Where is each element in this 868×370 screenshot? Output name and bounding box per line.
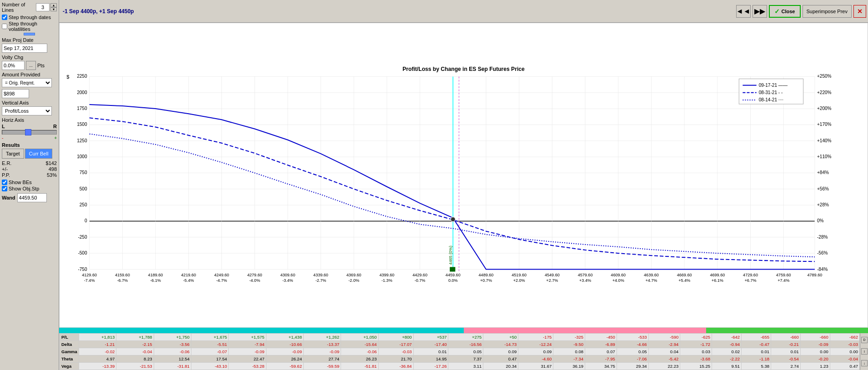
table-cell: -3.56 xyxy=(154,341,191,348)
horiz-axis-section: Horiz Axis L R - + xyxy=(2,117,57,140)
step-vol-row[interactable]: Step through volatilities xyxy=(2,21,57,32)
table-row-label: P/L xyxy=(60,334,79,341)
table-btn-d[interactable]: D xyxy=(861,337,868,343)
table-cell: -10.66 xyxy=(266,341,303,348)
horiz-plus: + xyxy=(54,135,57,140)
top-toolbar: -1 Sep 4400p, +1 Sep 4450p ◄◄ ▶▶ ✓ Close… xyxy=(59,0,868,23)
wand-marker xyxy=(450,267,455,271)
nav-prev-button[interactable]: ◄◄ xyxy=(736,5,751,18)
num-lines-input[interactable]: 3 xyxy=(36,3,50,11)
table-cell: +1,262 xyxy=(303,334,341,341)
volty-chg-input[interactable]: 0.0% xyxy=(2,61,25,70)
svg-text:+3.4%: +3.4% xyxy=(579,278,591,283)
table-cell: -53.28 xyxy=(229,363,266,370)
svg-text:-250: -250 xyxy=(78,235,87,240)
table-cell: -15.64 xyxy=(341,341,378,348)
volty-btn[interactable]: ... xyxy=(26,61,36,70)
num-lines-spinner[interactable]: 3 ▲ ▼ xyxy=(36,3,57,11)
table-cell: -533 xyxy=(617,334,648,341)
table-cell: 0.03 xyxy=(680,348,712,355)
table-cell: -662 xyxy=(830,334,859,341)
svg-text:+140%: +140% xyxy=(817,138,832,143)
table-cell: -0.09 xyxy=(303,348,341,355)
step-dates-checkbox[interactable] xyxy=(2,15,7,20)
vertical-axis-select[interactable]: Profit/Loss xyxy=(2,106,52,115)
table-cell: 1.23 xyxy=(800,363,830,370)
num-lines-label: Number of Lines xyxy=(2,2,34,13)
num-lines-down[interactable]: ▼ xyxy=(50,7,57,11)
table-cell: -0.04 xyxy=(830,355,859,363)
table-cell: -59.59 xyxy=(303,363,341,370)
table-cell: 0.05 xyxy=(448,348,483,355)
table-cell: -642 xyxy=(712,334,742,341)
show-obj-stp-row[interactable]: Show Obj.Stp xyxy=(2,186,57,191)
svg-text:4429.60: 4429.60 xyxy=(412,273,427,277)
curr-bell-button[interactable]: Curr Bell xyxy=(25,149,53,159)
table-cell: -0.94 xyxy=(712,341,742,348)
horiz-slider-thumb[interactable] xyxy=(25,129,31,135)
table-cell: -6.89 xyxy=(585,341,617,348)
pp-label: P.P. xyxy=(2,172,10,178)
table-cell: 0.47 xyxy=(483,355,518,363)
svg-text:+250%: +250% xyxy=(817,74,832,79)
max-proj-date-input[interactable]: Sep 17, 2021 xyxy=(2,44,47,53)
target-button[interactable]: Target xyxy=(2,149,24,159)
svg-text:1000: 1000 xyxy=(77,154,87,159)
table-cell: -17.26 xyxy=(413,363,448,370)
num-lines-up[interactable]: ▲ xyxy=(50,3,57,7)
svg-text:4189.60: 4189.60 xyxy=(148,273,163,277)
table-cell: -0.07 xyxy=(191,348,228,355)
svg-text:1250: 1250 xyxy=(77,138,87,143)
svg-text:-56%: -56% xyxy=(817,250,828,255)
table-cell: -7.94 xyxy=(229,341,266,348)
table-cell: 36.19 xyxy=(553,363,585,370)
table-btn-i[interactable]: I xyxy=(861,348,868,355)
show-obj-stp-checkbox[interactable] xyxy=(2,186,7,191)
superimpose-button[interactable]: Superimpose Prev xyxy=(803,5,852,18)
table-cell: +1,050 xyxy=(341,334,378,341)
amount-value-input[interactable]: $898 xyxy=(2,89,29,98)
table-row: Delta-1.21-2.15-3.56-5.51-7.94-10.66-13.… xyxy=(60,341,860,348)
close-button[interactable]: ✓ Close xyxy=(769,5,801,18)
svg-text:+28%: +28% xyxy=(817,202,829,207)
table-cell: 34.75 xyxy=(585,363,617,370)
svg-text:+7.4%: +7.4% xyxy=(778,278,789,283)
table-cell: +1,813 xyxy=(79,334,116,341)
table-cell: -13.37 xyxy=(303,341,341,348)
table-cell: -4.66 xyxy=(617,341,648,348)
plusminus-label: +/- xyxy=(2,166,8,172)
svg-text:-5.4%: -5.4% xyxy=(183,278,194,283)
pts-label: Pts xyxy=(37,63,45,68)
left-panel: Number of Lines 3 ▲ ▼ Step through dates… xyxy=(0,0,59,370)
svg-text:250: 250 xyxy=(80,202,87,207)
right-area: -1 Sep 4400p, +1 Sep 4450p ◄◄ ▶▶ ✓ Close… xyxy=(59,0,868,370)
step-vol-checkbox[interactable] xyxy=(2,24,7,29)
svg-text:+2.7%: +2.7% xyxy=(546,278,558,283)
plusminus-value: 498 xyxy=(49,166,57,172)
show-bes-checkbox[interactable] xyxy=(2,180,7,185)
table-cell: -0.03 xyxy=(830,341,859,348)
er-label: E.R. xyxy=(2,160,11,166)
wand-input[interactable]: 4459.50 xyxy=(17,193,47,202)
table-cell: -21.53 xyxy=(116,363,154,370)
table-btn-arrows[interactable]: ↕ xyxy=(861,360,868,366)
table-cell: +1,438 xyxy=(266,334,303,341)
svg-text:+200%: +200% xyxy=(817,106,832,111)
nav-next-button[interactable]: ▶▶ xyxy=(753,5,767,18)
table-cell: 26.24 xyxy=(266,355,303,363)
svg-text:+0.7%: +0.7% xyxy=(480,278,492,283)
step-dates-row[interactable]: Step through dates xyxy=(2,15,57,20)
table-row-label: Delta xyxy=(60,341,79,348)
table-cell: -660 xyxy=(771,334,800,341)
amount-select[interactable]: = Orig. Reqmt. xyxy=(2,78,52,87)
svg-text:1500: 1500 xyxy=(77,122,87,127)
svg-text:4279.60: 4279.60 xyxy=(247,273,262,277)
table-cell: -655 xyxy=(742,334,771,341)
x-button[interactable]: ✕ xyxy=(853,5,866,18)
svg-text:+4.7%: +4.7% xyxy=(645,278,657,283)
svg-text:750: 750 xyxy=(80,170,87,175)
show-bes-row[interactable]: Show BEs xyxy=(2,180,57,185)
close-label: Close xyxy=(782,9,795,14)
table-cell: -7.34 xyxy=(553,355,585,363)
svg-text:4729.60: 4729.60 xyxy=(743,273,758,277)
